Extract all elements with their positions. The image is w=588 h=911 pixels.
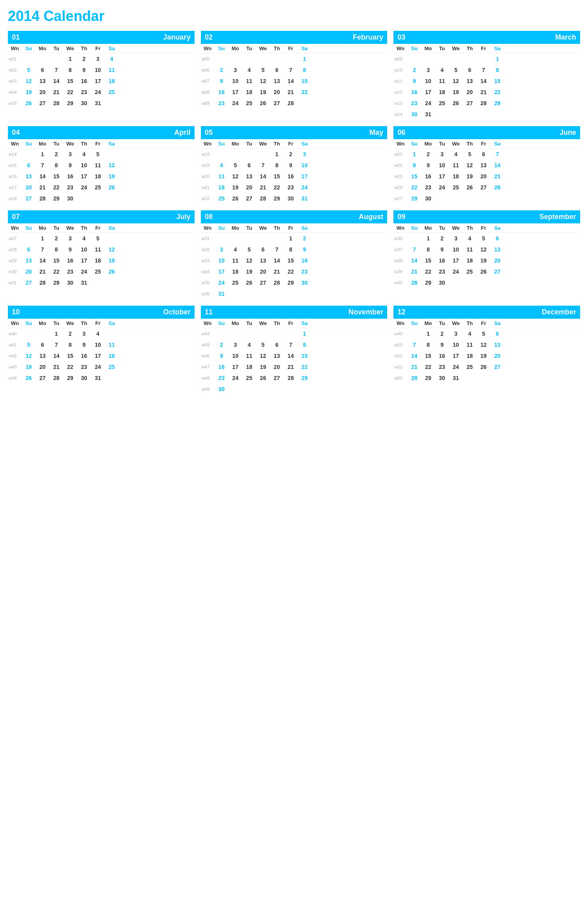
calendar-day: 25 [449, 183, 463, 192]
week-number-w40: w40 [393, 278, 407, 287]
calendar-day: 7 [270, 245, 284, 254]
week-number-w17: w17 [8, 183, 22, 192]
calendar-day: 3 [229, 66, 242, 74]
month-header-10: 10October [8, 306, 195, 319]
week-number-w24: w24 [393, 161, 407, 170]
day-header-wn: Wn [393, 141, 407, 147]
calendar-day: 6 [36, 66, 49, 74]
calendar-day [49, 55, 63, 63]
week-number-w42: w42 [8, 352, 22, 360]
calendar-grid: 01JanuaryWnSuMoTuWeThFrSaw011234w0256789… [8, 31, 580, 395]
week-row-w29: w2913141516171819 [8, 255, 195, 266]
week-row-w16: w1613141516171819 [8, 171, 195, 182]
calendar-day: 25 [91, 183, 105, 192]
calendar-day: 27 [22, 278, 36, 287]
day-header-mo: Mo [36, 45, 49, 51]
month-name-03: March [555, 33, 576, 42]
calendar-day [270, 55, 284, 63]
calendar-day: 13 [490, 340, 504, 349]
calendar-day: 5 [22, 340, 36, 349]
week-row-w12: w1216171819202122 [393, 87, 580, 98]
calendar-day [490, 110, 504, 119]
calendar-day: 3 [435, 150, 449, 159]
calendar-day: 12 [229, 172, 242, 181]
day-header-wn: Wn [201, 45, 215, 51]
day-header-we: We [63, 320, 77, 326]
calendar-day: 1 [49, 329, 63, 338]
week-number-w14: w14 [8, 150, 22, 159]
day-header-th: Th [77, 225, 91, 231]
calendar-day: 23 [435, 363, 449, 371]
calendar-day: 28 [36, 278, 49, 287]
calendar-day [270, 234, 284, 243]
calendar-day: 20 [36, 88, 49, 96]
calendar-day: 23 [215, 99, 229, 108]
day-headers-row: WnSuMoTuWeThFrSa [201, 139, 388, 149]
week-row-w44: w441 [201, 328, 388, 339]
calendar-day: 29 [421, 278, 435, 287]
day-header-wn: Wn [393, 225, 407, 231]
week-row-w50: w5078910111213 [393, 339, 580, 350]
calendar-day: 9 [77, 66, 91, 74]
day-header-sa: Sa [490, 320, 504, 326]
calendar-day: 16 [63, 172, 77, 181]
calendar-day [229, 289, 242, 298]
calendar-day: 7 [284, 340, 298, 349]
calendar-day: 31 [215, 289, 229, 298]
calendar-day [449, 278, 463, 287]
calendar-day: 28 [284, 374, 298, 382]
day-header-mo: Mo [421, 320, 435, 326]
calendar-day: 26 [22, 374, 36, 382]
month-header-02: 02February [201, 31, 388, 44]
calendar-day: 27 [36, 99, 49, 108]
week-row-w20: w2011121314151617 [201, 171, 388, 182]
week-row-w17: w1720212223242526 [8, 182, 195, 193]
calendar-day [490, 278, 504, 287]
calendar-day [449, 110, 463, 119]
calendar-day: 13 [242, 172, 256, 181]
calendar-day: 16 [421, 172, 435, 181]
calendar-day: 10 [421, 77, 435, 85]
day-headers-row: WnSuMoTuWeThFrSa [8, 44, 195, 53]
calendar-day: 6 [270, 66, 284, 74]
calendar-day: 1 [270, 150, 284, 159]
day-headers-row: WnSuMoTuWeThFrSa [393, 319, 580, 328]
day-header-we: We [63, 225, 77, 231]
calendar-day: 14 [407, 352, 421, 360]
day-header-th: Th [463, 320, 476, 326]
week-row-w02: w02567891011 [8, 64, 195, 76]
calendar-day [256, 385, 270, 393]
calendar-day [36, 55, 49, 63]
calendar-day: 8 [63, 66, 77, 74]
calendar-day: 13 [36, 77, 49, 85]
calendar-day: 6 [242, 161, 256, 170]
calendar-day [242, 234, 256, 243]
month-number-11: 11 [205, 308, 213, 316]
day-header-sa: Sa [105, 225, 119, 231]
calendar-day: 30 [284, 194, 298, 203]
day-header-th: Th [270, 141, 284, 147]
day-header-wn: Wn [8, 141, 22, 147]
calendar-day: 1 [36, 150, 49, 159]
calendar-day: 27 [463, 99, 476, 108]
week-number-w14: w14 [393, 110, 407, 119]
calendar-day: 5 [256, 66, 270, 74]
calendar-day: 8 [284, 245, 298, 254]
week-number-w01: w01 [8, 55, 22, 63]
week-number-w52: w52 [393, 363, 407, 371]
calendar-day: 11 [449, 161, 463, 170]
calendar-day [449, 55, 463, 63]
calendar-day: 6 [270, 340, 284, 349]
calendar-day: 23 [215, 374, 229, 382]
calendar-day: 21 [490, 172, 504, 181]
calendar-day [215, 234, 229, 243]
calendar-day: 22 [421, 267, 435, 276]
month-03: 03MarchWnSuMoTuWeThFrSaw091w102345678w11… [393, 31, 580, 120]
day-header-sa: Sa [490, 45, 504, 51]
week-number-w15: w15 [8, 161, 22, 170]
week-number-w31: w31 [201, 234, 215, 243]
calendar-day: 3 [229, 340, 242, 349]
calendar-day: 3 [63, 234, 77, 243]
week-number-w51: w51 [393, 352, 407, 360]
week-row-w09: w09232425262728 [201, 98, 388, 109]
